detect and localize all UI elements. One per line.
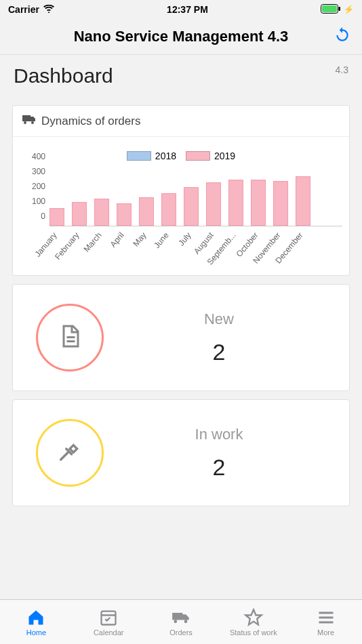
tab-label-status: Status of work [230, 628, 277, 637]
status-time: 12:37 PM [167, 4, 208, 15]
legend-2019: 2019 [186, 150, 235, 161]
chart-bar [251, 180, 266, 226]
svg-rect-1 [322, 5, 337, 12]
chart-legend: 2018 2019 [20, 150, 342, 161]
chart-card-header: Dynamics of orders [13, 106, 349, 137]
x-axis-label: May [131, 230, 148, 248]
charging-icon: ⚡ [344, 5, 354, 14]
x-axis-labels: JanuaryFebruaryMarchAprilMayJuneJulyAugu… [49, 226, 342, 264]
stat-label-inwork: In work [104, 426, 334, 443]
x-axis-label: July [176, 230, 193, 247]
star-icon [243, 608, 264, 627]
legend-2018: 2018 [127, 150, 176, 161]
x-axis-label: March [82, 230, 104, 254]
page-title: Dashboard [14, 64, 113, 87]
tab-more[interactable]: More [289, 600, 362, 644]
page-version: 4.3 [336, 64, 348, 75]
menu-icon [316, 608, 336, 627]
legend-swatch-2019 [186, 151, 210, 161]
x-axis-label: April [108, 230, 126, 249]
tab-label-home: Home [26, 628, 46, 637]
chart-card: Dynamics of orders 2018 2019 01002003004… [12, 105, 350, 276]
chart-bar [117, 203, 132, 226]
app-title: Nano Service Management 4.3 [74, 28, 289, 45]
stat-ring-new [36, 304, 104, 371]
tab-home[interactable]: Home [0, 600, 73, 644]
page-header: Dashboard 4.3 [0, 54, 362, 97]
chart-bar [94, 199, 109, 226]
chart-bar [49, 208, 64, 226]
stat-label-new: New [104, 310, 334, 328]
legend-swatch-2018 [127, 151, 151, 161]
chart-title: Dynamics of orders [41, 115, 140, 128]
legend-label-2018: 2018 [155, 150, 176, 161]
stat-value-new: 2 [104, 339, 334, 365]
truck-icon [22, 114, 36, 128]
app-header: Nano Service Management 4.3 [0, 19, 362, 54]
status-bar: Carrier 12:37 PM ⚡ [0, 0, 362, 19]
chart-bar [72, 202, 87, 226]
tab-orders[interactable]: Orders [145, 600, 218, 644]
tab-label-more: More [317, 628, 334, 637]
orders-icon [171, 608, 191, 627]
chart-bar [161, 193, 176, 226]
chart-bar [273, 181, 288, 226]
tab-label-orders: Orders [169, 628, 193, 637]
chart-bars [49, 167, 342, 226]
chart-bar [184, 187, 199, 226]
tab-label-calendar: Calendar [94, 628, 124, 637]
gavel-icon [59, 441, 81, 465]
refresh-button[interactable] [334, 26, 351, 47]
svg-rect-2 [339, 7, 341, 11]
svg-rect-3 [102, 611, 116, 624]
chart-area: 0100200300400 JanuaryFebruaryMarchAprilM… [20, 167, 342, 268]
wifi-icon [43, 4, 54, 15]
x-axis-label: June [152, 230, 170, 250]
legend-label-2019: 2019 [214, 150, 235, 161]
tab-bar: Home Calendar Orders Status of work More [0, 599, 362, 644]
chart-body: 2018 2019 0100200300400 JanuaryFebruaryM… [13, 137, 349, 275]
stat-ring-inwork [36, 419, 104, 487]
carrier-label: Carrier [8, 4, 39, 15]
calendar-icon [98, 608, 119, 627]
battery-icon [321, 4, 341, 16]
chart-bar [228, 180, 243, 226]
chart-bar [296, 176, 310, 226]
home-icon [26, 608, 46, 627]
tab-status[interactable]: Status of work [217, 600, 289, 644]
document-icon [58, 324, 82, 351]
stat-value-inwork: 2 [104, 454, 334, 481]
stat-card-new[interactable]: New 2 [12, 284, 350, 391]
y-axis: 0100200300400 [20, 167, 47, 226]
refresh-icon [334, 26, 351, 44]
chart-bar [139, 197, 154, 226]
stat-card-inwork[interactable]: In work 2 [12, 399, 350, 506]
chart-bar [206, 182, 221, 226]
tab-calendar[interactable]: Calendar [73, 600, 145, 644]
